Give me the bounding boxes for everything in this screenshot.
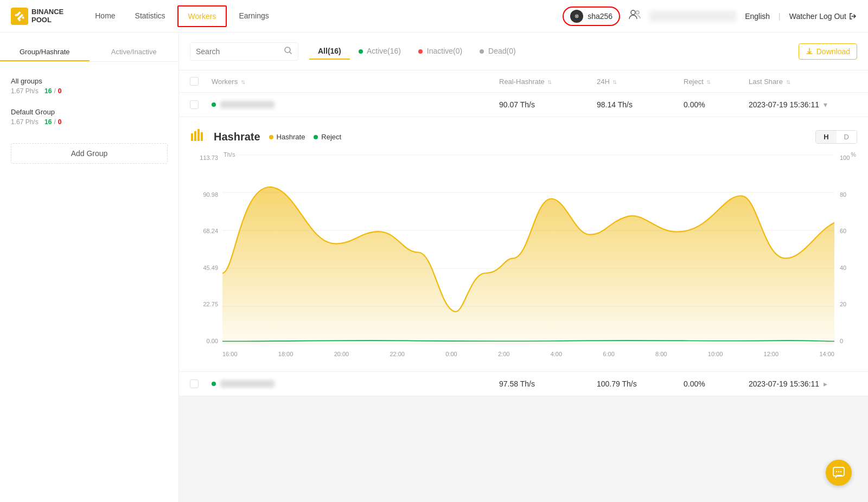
filter-bar: All(16) Active(16) Inactive(0) Dead(0) (179, 33, 868, 70)
svg-rect-7 (201, 132, 203, 141)
row2-last-share: 2023-07-19 15:36:11 ▸ (749, 379, 857, 388)
filter-tab-dead[interactable]: Dead(0) (471, 43, 524, 60)
row1-real-hashrate: 90.07 Th/s (499, 100, 597, 109)
workers-sort-icon[interactable]: ⇅ (241, 79, 245, 85)
logo-text: BINANCE POOL (31, 8, 63, 24)
filter-tab-all[interactable]: All(16) (309, 43, 350, 60)
watcher-logout-button[interactable]: Watcher Log Out (789, 12, 857, 21)
dead-status-dot (480, 49, 484, 54)
nav-item-workers[interactable]: Workers (177, 5, 227, 27)
period-btn-d[interactable]: D (837, 131, 857, 143)
search-box[interactable] (190, 42, 298, 61)
table-header: Workers ⇅ Real-Hashrate ⇅ 24H ⇅ Reject ⇅… (179, 70, 868, 93)
chart-svg (222, 155, 834, 344)
row2-worker-name (212, 380, 499, 388)
row2-name-blurred (220, 380, 275, 388)
chart-header: Hashrate Hashrate Reject H D (190, 128, 857, 146)
row1-check (190, 100, 212, 109)
nav-item-home[interactable]: Home (85, 0, 125, 33)
chart-x-axis: 16:00 18:00 20:00 22:00 0:00 2:00 4:00 6… (222, 347, 834, 361)
group-stats-all: 1.67 Ph/s 16 / 0 (11, 87, 168, 95)
search-input[interactable] (196, 47, 279, 56)
account-icon: ⊗ (570, 10, 583, 23)
download-button[interactable]: Download (799, 43, 857, 60)
row2-real-hashrate: 97.58 Th/s (499, 379, 597, 388)
group-name-all: All groups (11, 77, 168, 85)
row1-worker-name (212, 101, 499, 108)
svg-point-17 (840, 471, 841, 472)
row1-24h: 98.14 Th/s (597, 100, 684, 109)
chart-y-axis-right: 100 80 60 40 20 0 (835, 155, 857, 344)
legend-reject: Reject (314, 133, 341, 141)
inactive-status-dot (418, 49, 423, 54)
chart-title: Hashrate (214, 131, 260, 143)
chart-area: Th/s % 113.73 90.98 68.24 45.49 22.75 0.… (190, 155, 857, 361)
add-group-button[interactable]: Add Group (11, 143, 168, 164)
users-icon[interactable] (629, 10, 641, 22)
group-stats-default: 1.67 Ph/s 16 / 0 (11, 118, 168, 126)
active-status-dot (359, 49, 363, 54)
chart-period-buttons: H D (815, 130, 857, 144)
row2-checkbox[interactable] (190, 379, 199, 388)
chart-icon (190, 128, 205, 146)
sidebar-tabs: Group/Hashrate Active/Inactive (0, 43, 178, 62)
group-active-count-all: 16 (44, 87, 52, 95)
row2-expand-icon[interactable]: ▸ (824, 379, 827, 388)
svg-rect-4 (191, 133, 193, 141)
svg-point-2 (636, 11, 639, 14)
language-selector[interactable]: English (745, 12, 770, 21)
legend-reject-dot (314, 135, 318, 139)
table: Workers ⇅ Real-Hashrate ⇅ 24H ⇅ Reject ⇅… (179, 70, 868, 396)
logo[interactable]: BINANCE POOL (11, 8, 63, 25)
row2-check (190, 379, 212, 388)
sidebar: Group/Hashrate Active/Inactive All group… (0, 33, 179, 502)
header: BINANCE POOL Home Statistics Workers Ear… (0, 0, 868, 33)
chat-button[interactable] (826, 460, 852, 486)
nav-item-statistics[interactable]: Statistics (125, 0, 175, 33)
24h-sort-icon[interactable]: ⇅ (612, 79, 617, 85)
group-inactive-count-all: 0 (58, 87, 62, 95)
filter-tab-active[interactable]: Active(16) (350, 43, 410, 60)
filter-tabs: All(16) Active(16) Inactive(0) Dead(0) (309, 43, 525, 60)
svg-point-16 (838, 471, 839, 472)
row1-status-dot (212, 102, 216, 107)
reject-sort-icon[interactable]: ⇅ (706, 79, 711, 85)
header-right: ⊗ sha256 English | Watcher Log Out (563, 7, 857, 26)
binance-logo-icon (11, 8, 28, 25)
row1-expand-icon[interactable]: ▾ (824, 100, 827, 109)
layout: Group/Hashrate Active/Inactive All group… (0, 33, 868, 502)
period-btn-h[interactable]: H (816, 131, 836, 143)
select-all-checkbox[interactable] (190, 77, 199, 86)
group-item-default[interactable]: Default Group 1.67 Ph/s 16 / 0 (0, 101, 178, 132)
svg-rect-5 (194, 131, 196, 141)
header-last-share: Last Share ⇅ (749, 78, 857, 86)
search-icon (284, 46, 292, 57)
chart-container: Hashrate Hashrate Reject H D (179, 117, 868, 372)
real-hashrate-sort-icon[interactable]: ⇅ (547, 79, 552, 85)
row1-reject: 0.00% (684, 100, 749, 109)
nav-item-earnings[interactable]: Earnings (229, 0, 278, 33)
table-row: 90.07 Th/s 98.14 Th/s 0.00% 2023-07-19 1… (179, 93, 868, 117)
brand-name: BINANCE (31, 8, 63, 16)
filter-tab-inactive[interactable]: Inactive(0) (410, 43, 471, 60)
header-workers: Workers ⇅ (212, 78, 499, 86)
legend-hashrate: Hashrate (269, 133, 305, 141)
table-row: 97.58 Th/s 100.79 Th/s 0.00% 2023-07-19 … (179, 372, 868, 396)
group-item-all[interactable]: All groups 1.67 Ph/s 16 / 0 (0, 70, 178, 101)
row1-last-share: 2023-07-19 15:36:11 ▾ (749, 100, 857, 109)
svg-point-1 (631, 10, 635, 15)
row2-reject: 0.00% (684, 379, 749, 388)
sidebar-tab-active-inactive[interactable]: Active/Inactive (90, 43, 179, 61)
row1-checkbox[interactable] (190, 100, 199, 109)
sidebar-tab-group-hashrate[interactable]: Group/Hashrate (0, 43, 90, 61)
account-badge[interactable]: ⊗ sha256 (563, 7, 620, 26)
svg-rect-6 (197, 129, 200, 141)
pool-name: POOL (31, 16, 63, 24)
wallet-address (649, 11, 736, 22)
legend-hashrate-dot (269, 135, 273, 139)
header-reject: Reject ⇅ (684, 78, 749, 86)
last-share-sort-icon[interactable]: ⇅ (786, 79, 790, 85)
row2-24h: 100.79 Th/s (597, 379, 684, 388)
header-24h: 24H ⇅ (597, 78, 684, 86)
group-inactive-count-default: 0 (58, 118, 62, 126)
